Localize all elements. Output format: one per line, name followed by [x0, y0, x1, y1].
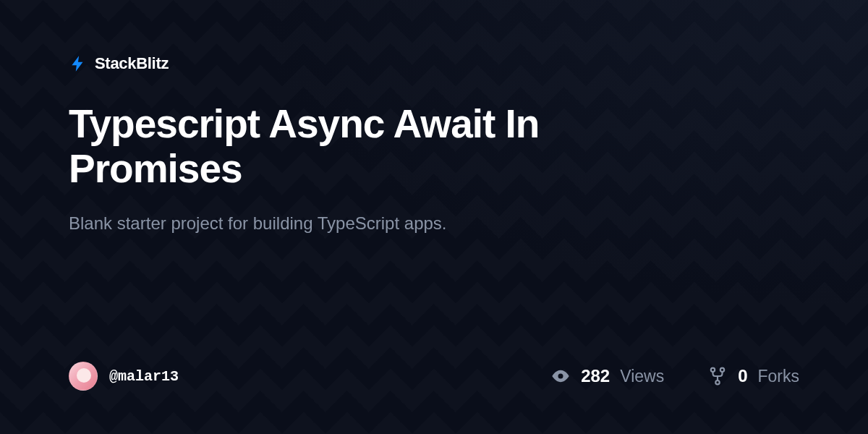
- forks-label: Forks: [758, 367, 800, 386]
- author-block: @malar13: [69, 362, 179, 391]
- svg-point-0: [558, 374, 563, 379]
- views-stat: 282 Views: [550, 366, 664, 386]
- svg-point-2: [720, 368, 724, 372]
- eye-icon: [550, 366, 571, 386]
- project-description: Blank starter project for building TypeS…: [69, 211, 799, 236]
- forks-stat: 0 Forks: [707, 366, 799, 386]
- svg-point-3: [715, 380, 719, 384]
- stats-block: 282 Views 0 Forks: [550, 366, 799, 386]
- card-container: StackBlitz Typescript Async Await In Pro…: [0, 0, 868, 434]
- author-username: @malar13: [109, 368, 179, 385]
- footer-row: @malar13 282 Views: [69, 362, 799, 391]
- svg-point-1: [711, 368, 715, 372]
- forks-count: 0: [738, 366, 747, 386]
- views-count: 282: [581, 366, 610, 386]
- brand-name: StackBlitz: [95, 54, 169, 73]
- brand-row: StackBlitz: [69, 54, 799, 73]
- avatar: [69, 362, 98, 391]
- fork-icon: [707, 366, 728, 386]
- views-label: Views: [620, 367, 664, 386]
- project-title: Typescript Async Await In Promises: [69, 102, 720, 191]
- bolt-icon: [69, 54, 88, 73]
